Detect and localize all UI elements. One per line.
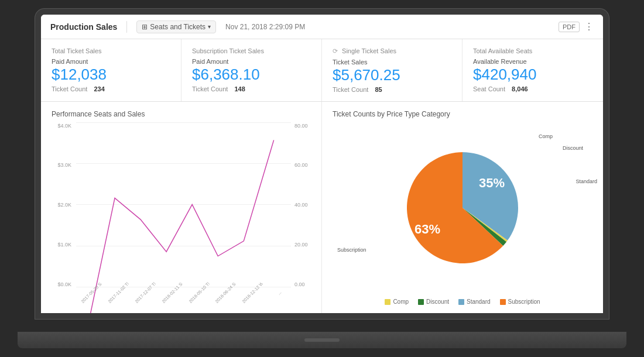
- pie-label-35: 35%: [479, 176, 505, 191]
- metric-count-1: Ticket Count 148: [192, 85, 311, 92]
- metric-sublabel-3: Available Revenue: [473, 58, 592, 65]
- legend-discount: Discount: [418, 298, 449, 305]
- pie-legend: Comp Discount Standard: [385, 298, 540, 305]
- legend-dot-subscription: [500, 299, 506, 305]
- y-axis-left: $4.0K$3.0K$2.0K$1.0K$0.0K: [52, 123, 74, 287]
- y-axis-label-left: $1.0K: [57, 242, 71, 248]
- header-sep: [126, 21, 127, 33]
- more-menu-button[interactable]: ⋮: [584, 21, 594, 32]
- legend-label-discount: Discount: [426, 298, 449, 305]
- bar-chart-title: Performance Seats and Sales: [52, 110, 311, 118]
- chevron-down-icon: ▾: [208, 23, 211, 30]
- pdf-button[interactable]: PDF: [559, 22, 580, 32]
- y-axis-label-left: $4.0K: [57, 123, 71, 129]
- header-date: Nov 21, 2018 2:29:09 PM: [225, 23, 305, 31]
- metric-total-available-seats: Total Available Seats Available Revenue …: [463, 39, 603, 101]
- y-axis-label-right: 80.00: [294, 123, 308, 129]
- filter-icon: ⊞: [142, 23, 148, 31]
- pie-chart-section: Ticket Counts by Price Type Category 63%…: [322, 102, 603, 313]
- metric-value-2: $5,670.25: [333, 67, 451, 84]
- legend-comp: Comp: [385, 298, 409, 305]
- legend-label-subscription: Subscription: [508, 298, 540, 305]
- laptop-base: [18, 332, 626, 348]
- filter-dropdown[interactable]: ⊞ Seats and Tickets ▾: [136, 20, 216, 33]
- single-ticket-icon: ⟳: [333, 47, 338, 54]
- comp-label: Comp: [539, 133, 553, 139]
- metric-count-2: Ticket Count 85: [333, 86, 451, 93]
- pie-chart-title: Ticket Counts by Price Type Category: [333, 110, 592, 118]
- legend-standard: Standard: [458, 298, 491, 305]
- legend-dot-standard: [458, 299, 464, 305]
- pie-chart-container: 63% 35% Comp Discount Standard Subscript…: [333, 123, 592, 305]
- header-actions: PDF ⋮: [559, 21, 594, 32]
- chart-bars: [76, 123, 291, 287]
- legend-label-standard: Standard: [467, 298, 491, 305]
- metric-count-0: Ticket Count 234: [52, 85, 170, 92]
- charts-row: Performance Seats and Sales $4.0K$3.0K$2…: [41, 102, 603, 313]
- metric-section-1: Subscription Ticket Sales: [192, 47, 311, 54]
- metric-count-3: Seat Count 8,046: [473, 85, 592, 92]
- y-axis-label-left: $2.0K: [57, 202, 71, 208]
- metric-value-1: $6,368.10: [192, 66, 311, 83]
- metrics-row: Total Ticket Sales Paid Amount $12,038 T…: [41, 39, 603, 102]
- legend-dot-discount: [418, 299, 424, 305]
- metric-single-ticket-sales: ⟳ Single Ticket Sales Ticket Sales $5,67…: [322, 39, 463, 101]
- dashboard-header: Production Sales ⊞ Seats and Tickets ▾ N…: [41, 15, 603, 39]
- metric-sublabel-0: Paid Amount: [52, 58, 170, 65]
- metric-section-2: ⟳ Single Ticket Sales: [333, 47, 451, 55]
- legend-subscription: Subscription: [500, 298, 540, 305]
- y-axis-label-right: 0.00: [294, 282, 305, 287]
- metric-value-0: $12,038: [52, 66, 170, 83]
- y-axis-right: 80.0060.0040.0020.000.00: [293, 123, 311, 287]
- pie-label-63: 63%: [415, 222, 440, 237]
- y-axis-label-right: 40.00: [294, 202, 308, 208]
- metric-subscription-ticket-sales: Subscription Ticket Sales Paid Amount $6…: [181, 39, 322, 101]
- bar-chart-container: $4.0K$3.0K$2.0K$1.0K$0.0K 80.0060.0040.0…: [52, 123, 311, 305]
- standard-label: Standard: [576, 179, 597, 184]
- pie-chart-svg: [398, 143, 527, 272]
- y-axis-label-left: $0.0K: [57, 282, 71, 287]
- metric-section-0: Total Ticket Sales: [52, 47, 170, 54]
- metric-section-3: Total Available Seats: [473, 47, 592, 54]
- legend-label-comp: Comp: [393, 298, 409, 305]
- filter-label: Seats and Tickets: [150, 23, 205, 31]
- discount-label: Discount: [563, 145, 583, 151]
- legend-dot-comp: [385, 299, 390, 305]
- subscription-label: Subscription: [337, 247, 366, 253]
- y-axis-label-right: 60.00: [294, 162, 308, 168]
- y-axis-label-right: 20.00: [294, 242, 308, 248]
- dashboard-title: Production Sales: [50, 22, 117, 32]
- metric-total-ticket-sales: Total Ticket Sales Paid Amount $12,038 T…: [41, 39, 181, 101]
- metric-value-3: $420,940: [473, 66, 592, 83]
- y-axis-label-left: $3.0K: [57, 162, 71, 168]
- bar-chart-section: Performance Seats and Sales $4.0K$3.0K$2…: [41, 102, 322, 313]
- metric-sublabel-1: Paid Amount: [192, 58, 311, 65]
- metric-sublabel-2: Ticket Sales: [333, 59, 451, 66]
- x-axis-labels: 2017-05-20 Sa...2017-11-02 Thu(E)-S...20…: [76, 289, 291, 305]
